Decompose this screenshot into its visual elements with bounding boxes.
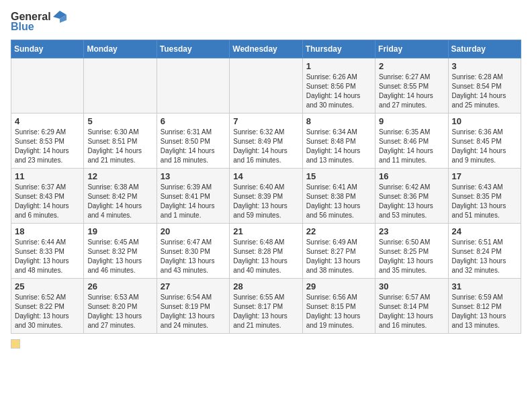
- calendar-cell: 11Sunrise: 6:37 AM Sunset: 8:43 PM Dayli…: [11, 169, 84, 224]
- day-info: Sunrise: 6:38 AM Sunset: 8:42 PM Dayligh…: [87, 183, 152, 220]
- day-number: 20: [161, 226, 226, 236]
- logo-bird-icon: [53, 11, 66, 23]
- calendar-cell: 12Sunrise: 6:38 AM Sunset: 8:42 PM Dayli…: [84, 169, 157, 224]
- day-info: Sunrise: 6:42 AM Sunset: 8:36 PM Dayligh…: [379, 183, 444, 220]
- day-info: Sunrise: 6:55 AM Sunset: 8:17 PM Dayligh…: [233, 293, 298, 330]
- day-number: 28: [233, 281, 298, 291]
- day-info: Sunrise: 6:34 AM Sunset: 8:48 PM Dayligh…: [306, 128, 371, 165]
- calendar-cell: 16Sunrise: 6:42 AM Sunset: 8:36 PM Dayli…: [375, 169, 448, 224]
- calendar-cell: 27Sunrise: 6:54 AM Sunset: 8:19 PM Dayli…: [157, 279, 229, 334]
- day-number: 13: [161, 171, 226, 181]
- calendar-cell: 28Sunrise: 6:55 AM Sunset: 8:17 PM Dayli…: [230, 279, 302, 334]
- day-info: Sunrise: 6:39 AM Sunset: 8:41 PM Dayligh…: [161, 183, 226, 220]
- calendar-cell: 29Sunrise: 6:56 AM Sunset: 8:15 PM Dayli…: [302, 279, 375, 334]
- day-number: 11: [15, 171, 80, 181]
- calendar-header-friday: Friday: [375, 40, 448, 58]
- calendar-header-row: SundayMondayTuesdayWednesdayThursdayFrid…: [11, 40, 521, 58]
- calendar-cell: 3Sunrise: 6:28 AM Sunset: 8:54 PM Daylig…: [448, 58, 521, 113]
- calendar-cell: [230, 58, 302, 113]
- day-number: 27: [161, 281, 226, 291]
- calendar-cell: 13Sunrise: 6:39 AM Sunset: 8:41 PM Dayli…: [157, 169, 229, 224]
- logo: GeneralBlue: [11, 11, 66, 33]
- calendar-cell: 4Sunrise: 6:29 AM Sunset: 8:53 PM Daylig…: [11, 113, 84, 169]
- calendar-header-thursday: Thursday: [302, 40, 375, 58]
- day-info: Sunrise: 6:27 AM Sunset: 8:55 PM Dayligh…: [379, 73, 444, 110]
- calendar-week-row: 18Sunrise: 6:44 AM Sunset: 8:33 PM Dayli…: [11, 224, 521, 279]
- calendar-cell: 22Sunrise: 6:49 AM Sunset: 8:27 PM Dayli…: [302, 224, 375, 279]
- day-number: 14: [233, 171, 298, 181]
- calendar-cell: 5Sunrise: 6:30 AM Sunset: 8:51 PM Daylig…: [84, 113, 157, 169]
- calendar-cell: 6Sunrise: 6:31 AM Sunset: 8:50 PM Daylig…: [157, 113, 229, 169]
- calendar-cell: 20Sunrise: 6:47 AM Sunset: 8:30 PM Dayli…: [157, 224, 229, 279]
- footer: [11, 339, 521, 349]
- day-number: 21: [233, 226, 298, 236]
- calendar-cell: 9Sunrise: 6:35 AM Sunset: 8:46 PM Daylig…: [375, 113, 448, 169]
- day-number: 25: [15, 281, 80, 291]
- page-header: GeneralBlue: [11, 11, 521, 33]
- calendar-cell: 17Sunrise: 6:43 AM Sunset: 8:35 PM Dayli…: [448, 169, 521, 224]
- calendar-cell: 19Sunrise: 6:45 AM Sunset: 8:32 PM Dayli…: [84, 224, 157, 279]
- day-number: 19: [87, 226, 152, 236]
- calendar-cell: 18Sunrise: 6:44 AM Sunset: 8:33 PM Dayli…: [11, 224, 84, 279]
- day-number: 2: [379, 61, 444, 71]
- day-info: Sunrise: 6:53 AM Sunset: 8:20 PM Dayligh…: [87, 293, 152, 330]
- day-info: Sunrise: 6:52 AM Sunset: 8:22 PM Dayligh…: [15, 293, 80, 330]
- day-info: Sunrise: 6:49 AM Sunset: 8:27 PM Dayligh…: [306, 238, 371, 275]
- day-info: Sunrise: 6:50 AM Sunset: 8:25 PM Dayligh…: [379, 238, 444, 275]
- day-number: 24: [452, 226, 517, 236]
- logo-blue-text: Blue: [11, 21, 34, 33]
- day-number: 26: [87, 281, 152, 291]
- calendar-cell: 7Sunrise: 6:32 AM Sunset: 8:49 PM Daylig…: [230, 113, 302, 169]
- calendar-cell: 26Sunrise: 6:53 AM Sunset: 8:20 PM Dayli…: [84, 279, 157, 334]
- day-info: Sunrise: 6:36 AM Sunset: 8:45 PM Dayligh…: [452, 128, 517, 165]
- calendar-cell: [157, 58, 229, 113]
- day-number: 10: [452, 116, 517, 126]
- day-info: Sunrise: 6:32 AM Sunset: 8:49 PM Dayligh…: [233, 128, 298, 165]
- day-info: Sunrise: 6:56 AM Sunset: 8:15 PM Dayligh…: [306, 293, 371, 330]
- calendar-cell: [11, 58, 84, 113]
- day-number: 6: [161, 116, 226, 126]
- calendar-week-row: 1Sunrise: 6:26 AM Sunset: 8:56 PM Daylig…: [11, 58, 521, 113]
- day-info: Sunrise: 6:26 AM Sunset: 8:56 PM Dayligh…: [306, 73, 371, 110]
- day-info: Sunrise: 6:57 AM Sunset: 8:14 PM Dayligh…: [379, 293, 444, 330]
- day-info: Sunrise: 6:35 AM Sunset: 8:46 PM Dayligh…: [379, 128, 444, 165]
- day-number: 3: [452, 61, 517, 71]
- daylight-legend-box: [11, 339, 20, 349]
- calendar-cell: 25Sunrise: 6:52 AM Sunset: 8:22 PM Dayli…: [11, 279, 84, 334]
- day-number: 23: [379, 226, 444, 236]
- day-number: 30: [379, 281, 444, 291]
- day-info: Sunrise: 6:37 AM Sunset: 8:43 PM Dayligh…: [15, 183, 80, 220]
- calendar-cell: 8Sunrise: 6:34 AM Sunset: 8:48 PM Daylig…: [302, 113, 375, 169]
- day-number: 4: [15, 116, 80, 126]
- calendar-cell: 1Sunrise: 6:26 AM Sunset: 8:56 PM Daylig…: [302, 58, 375, 113]
- day-number: 31: [452, 281, 517, 291]
- calendar-cell: 30Sunrise: 6:57 AM Sunset: 8:14 PM Dayli…: [375, 279, 448, 334]
- day-info: Sunrise: 6:48 AM Sunset: 8:28 PM Dayligh…: [233, 238, 298, 275]
- calendar-cell: 21Sunrise: 6:48 AM Sunset: 8:28 PM Dayli…: [230, 224, 302, 279]
- day-number: 16: [379, 171, 444, 181]
- day-info: Sunrise: 6:28 AM Sunset: 8:54 PM Dayligh…: [452, 73, 517, 110]
- day-info: Sunrise: 6:51 AM Sunset: 8:24 PM Dayligh…: [452, 238, 517, 275]
- day-number: 12: [87, 171, 152, 181]
- calendar-week-row: 25Sunrise: 6:52 AM Sunset: 8:22 PM Dayli…: [11, 279, 521, 334]
- calendar-cell: 24Sunrise: 6:51 AM Sunset: 8:24 PM Dayli…: [448, 224, 521, 279]
- calendar-header-monday: Monday: [84, 40, 157, 58]
- day-number: 17: [452, 171, 517, 181]
- calendar-cell: 10Sunrise: 6:36 AM Sunset: 8:45 PM Dayli…: [448, 113, 521, 169]
- day-info: Sunrise: 6:44 AM Sunset: 8:33 PM Dayligh…: [15, 238, 80, 275]
- day-info: Sunrise: 6:59 AM Sunset: 8:12 PM Dayligh…: [452, 293, 517, 330]
- day-number: 18: [15, 226, 80, 236]
- day-number: 15: [306, 171, 371, 181]
- calendar-week-row: 11Sunrise: 6:37 AM Sunset: 8:43 PM Dayli…: [11, 169, 521, 224]
- day-info: Sunrise: 6:45 AM Sunset: 8:32 PM Dayligh…: [87, 238, 152, 275]
- calendar-cell: 31Sunrise: 6:59 AM Sunset: 8:12 PM Dayli…: [448, 279, 521, 334]
- calendar-header-sunday: Sunday: [11, 40, 84, 58]
- calendar-cell: 23Sunrise: 6:50 AM Sunset: 8:25 PM Dayli…: [375, 224, 448, 279]
- day-info: Sunrise: 6:41 AM Sunset: 8:38 PM Dayligh…: [306, 183, 371, 220]
- calendar-cell: [84, 58, 157, 113]
- day-number: 7: [233, 116, 298, 126]
- day-number: 29: [306, 281, 371, 291]
- calendar-cell: 15Sunrise: 6:41 AM Sunset: 8:38 PM Dayli…: [302, 169, 375, 224]
- day-number: 9: [379, 116, 444, 126]
- day-info: Sunrise: 6:31 AM Sunset: 8:50 PM Dayligh…: [161, 128, 226, 165]
